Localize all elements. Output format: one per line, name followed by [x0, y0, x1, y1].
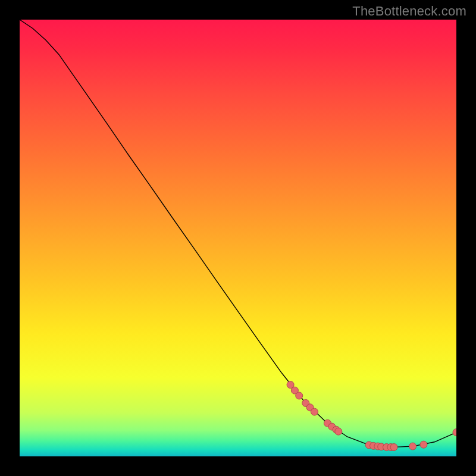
data-point: [420, 441, 427, 448]
watermark-text: TheBottleneck.com: [352, 4, 466, 19]
data-point: [335, 428, 342, 435]
chart-svg: [20, 20, 456, 456]
plot-area: [20, 20, 456, 456]
gradient-background: [20, 20, 456, 456]
data-point: [311, 408, 318, 415]
chart-container: TheBottleneck.com: [0, 0, 476, 476]
data-point: [390, 444, 397, 451]
data-point: [296, 392, 303, 399]
data-point: [409, 443, 416, 450]
